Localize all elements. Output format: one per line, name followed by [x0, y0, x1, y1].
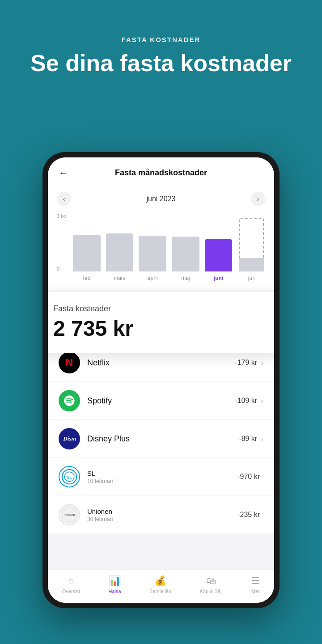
bar-maj [172, 237, 199, 271]
header-subtitle: FASTA KOSTNADER [27, 36, 295, 43]
services-list: N Netflix -179 kr › Spotify -109 kr › [48, 344, 274, 534]
unionen-info: Unionen 30 februari [87, 508, 237, 522]
unionen-date: 30 februari [87, 516, 237, 522]
disney-icon: Disney [59, 428, 80, 449]
screen-header: ← Fasta månadskostnader [48, 157, 274, 185]
unionen-amount: -235 kr [237, 511, 260, 519]
nav-halsa-label: Hälsa [109, 589, 121, 594]
netflix-icon: N [59, 352, 80, 373]
chevron-right-icon: › [261, 358, 263, 368]
nav-halsa[interactable]: 📊 Hälsa [109, 575, 121, 594]
y-label-bottom: 0 [57, 266, 66, 271]
x-label-april: april [139, 275, 166, 281]
bag-icon: 💰 [154, 575, 166, 587]
list-item-disney[interactable]: Disney Disney Plus -89 kr › [48, 420, 274, 458]
chart-icon: 📊 [109, 575, 121, 587]
menu-icon: ☰ [251, 575, 260, 587]
next-month-button[interactable]: › [251, 192, 265, 206]
svg-text:unionen: unionen [64, 513, 75, 517]
screen-title: Fasta månadskostnader [115, 168, 207, 178]
sl-info: SL 10 februari [87, 470, 237, 484]
list-item-unionen[interactable]: unionen Unionen 30 februari -235 kr [48, 496, 274, 534]
x-axis-labels: feb mars april maj juni juli [57, 275, 265, 281]
card-label: Fasta kostnader [53, 304, 269, 314]
x-label-mars: mars [106, 275, 134, 281]
back-button[interactable]: ← [59, 167, 68, 179]
sl-date: 10 februari [87, 478, 237, 484]
phone-frame: ← Fasta månadskostnader ‹ juni 2023 › 3 … [42, 152, 280, 608]
nav-samla-lan[interactable]: 💰 Samla lån [149, 575, 171, 594]
nav-mer[interactable]: ☰ Mer [251, 575, 260, 594]
disney-amount: -89 kr [239, 435, 257, 443]
list-item-sl[interactable]: SL SL 10 februari -970 kr [48, 458, 274, 496]
prev-month-button[interactable]: ‹ [57, 192, 71, 206]
nav-mer-label: Mer [251, 589, 260, 594]
nav-kop-salj[interactable]: 🛍 Köp & Sälj [199, 575, 222, 594]
nav-oversikt-label: Översikt [62, 589, 80, 594]
month-nav: ‹ juni 2023 › [57, 192, 265, 206]
svg-text:Disney: Disney [63, 435, 76, 442]
chart-section: ‹ juni 2023 › 3 tkr 0 [48, 185, 274, 290]
chevron-right-icon: › [261, 396, 263, 406]
bar-feb [73, 235, 101, 271]
x-label-juni: juni [205, 275, 233, 281]
netflix-name: Netflix [87, 358, 235, 368]
bar-april [139, 236, 166, 271]
bar-mars [106, 233, 134, 271]
unionen-name: Unionen [87, 508, 237, 515]
shop-icon: 🛍 [206, 575, 216, 587]
month-label: juni 2023 [147, 195, 176, 203]
spotify-name: Spotify [87, 396, 235, 406]
netflix-amount: -179 kr [235, 359, 257, 367]
nav-kop-salj-label: Köp & Sälj [199, 589, 222, 594]
sl-amount: -970 kr [237, 473, 260, 481]
phone-screen: ← Fasta månadskostnader ‹ juni 2023 › 3 … [48, 157, 274, 603]
spotify-icon [59, 390, 80, 411]
x-label-feb: feb [73, 275, 101, 281]
bar-juni [205, 239, 233, 271]
header-section: FASTA KOSTNADER Se dina fasta kostnader [0, 0, 322, 89]
bars-container [73, 213, 265, 271]
x-label-maj: maj [172, 275, 199, 281]
unionen-icon: unionen [59, 504, 80, 525]
header-title: Se dina fasta kostnader [27, 51, 295, 76]
home-icon: ⌂ [68, 575, 74, 587]
floating-summary-card: Fasta kostnader 2 735 kr [48, 292, 274, 353]
card-amount: 2 735 kr [53, 316, 269, 341]
list-item-spotify[interactable]: Spotify -109 kr › [48, 382, 274, 420]
bar-chart: 3 tkr 0 [57, 213, 265, 271]
nav-oversikt[interactable]: ⌂ Översikt [62, 575, 80, 594]
bottom-nav: ⌂ Översikt 📊 Hälsa 💰 Samla lån 🛍 Köp & S… [48, 569, 274, 603]
y-label-top: 3 tkr [57, 213, 66, 219]
bar-juli [237, 218, 265, 271]
spotify-amount: -109 kr [235, 397, 257, 405]
x-label-juli: juli [237, 275, 265, 281]
y-axis-labels: 3 tkr 0 [57, 213, 66, 271]
disney-name: Disney Plus [87, 434, 239, 444]
svg-text:SL: SL [67, 475, 72, 479]
nav-samla-lan-label: Samla lån [149, 589, 171, 594]
chevron-right-icon: › [261, 434, 263, 444]
sl-icon: SL [59, 466, 80, 487]
phone-mockup: ← Fasta månadskostnader ‹ juni 2023 › 3 … [42, 152, 280, 608]
sl-name: SL [87, 470, 237, 477]
